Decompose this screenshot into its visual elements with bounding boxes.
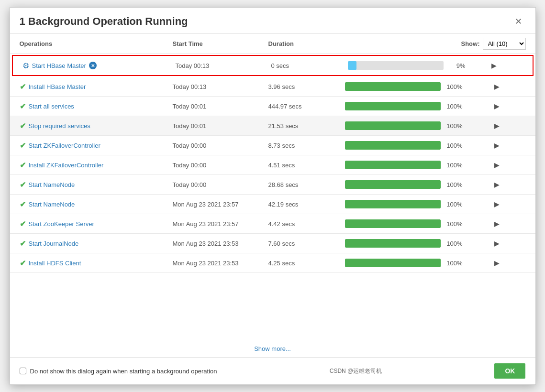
col-operations: Operations	[20, 40, 173, 47]
row-detail-arrow[interactable]: ▶	[483, 239, 512, 248]
progress-bar-bg	[345, 200, 441, 208]
table-row: ✔ Install ZKFailoverController Today 00:…	[10, 155, 535, 175]
duration: 42.19 secs	[268, 201, 345, 208]
check-icon: ✔	[20, 239, 26, 248]
progress-bar-bg	[345, 141, 441, 150]
start-time: Today 00:13	[176, 62, 271, 69]
duration: 4.42 secs	[268, 220, 345, 228]
show-label: Show:	[461, 40, 480, 47]
progress-bar-fill	[345, 219, 441, 228]
start-time: Today 00:00	[173, 142, 268, 149]
show-filter: Show: All (10)	[345, 38, 526, 50]
progress-pct: 100%	[445, 201, 463, 208]
check-icon: ✔	[20, 141, 26, 150]
table-row: ⚙ Start HBase Master ✕ Today 00:13 0 sec…	[12, 55, 534, 76]
duration: 444.97 secs	[268, 103, 345, 110]
table-row: ✔ Start NameNode Today 00:00 28.68 secs …	[10, 175, 535, 195]
operation-name[interactable]: ✔ Start ZooKeeper Server	[20, 219, 173, 229]
check-icon: ✔	[20, 200, 26, 209]
table-header: Operations Start Time Duration Show: All…	[10, 34, 535, 54]
progress-container: 100%	[345, 82, 483, 91]
close-button[interactable]: ✕	[511, 14, 526, 29]
watermark: CSDN @运维老司机	[330, 367, 382, 375]
col-start-time: Start Time	[173, 40, 268, 47]
progress-pct: 100%	[445, 122, 463, 130]
dialog-footer: Do not show this dialog again when start…	[10, 357, 535, 384]
check-icon: ✔	[20, 180, 26, 189]
footer-left: Do not show this dialog again when start…	[20, 368, 217, 375]
dont-show-checkbox[interactable]	[20, 368, 26, 374]
progress-container: 100%	[345, 161, 483, 169]
progress-bar-bg	[345, 219, 441, 228]
start-time: Today 00:01	[173, 103, 268, 110]
row-detail-arrow[interactable]: ▶	[483, 258, 512, 268]
operation-name[interactable]: ✔ Start NameNode	[20, 180, 173, 189]
progress-container: 100%	[345, 121, 483, 130]
duration: 8.73 secs	[268, 142, 345, 149]
progress-bar-fill	[345, 141, 441, 150]
show-select[interactable]: All (10)	[483, 38, 526, 50]
row-detail-arrow[interactable]: ▶	[483, 219, 512, 229]
row-detail-arrow[interactable]: ▶	[483, 82, 512, 91]
start-time: Mon Aug 23 2021 23:53	[173, 260, 268, 267]
start-time: Mon Aug 23 2021 23:53	[173, 240, 268, 247]
duration: 28.68 secs	[268, 181, 345, 188]
row-detail-arrow[interactable]: ▶	[483, 141, 512, 150]
row-detail-arrow[interactable]: ▶	[483, 101, 512, 111]
progress-container: 100%	[345, 102, 483, 110]
cancel-icon[interactable]: ✕	[89, 62, 97, 69]
progress-pct: 100%	[445, 162, 463, 169]
table-row: ✔ Start JournalNode Mon Aug 23 2021 23:5…	[10, 234, 535, 253]
operation-name[interactable]: ⚙ Start HBase Master ✕	[22, 61, 176, 70]
check-icon: ✔	[20, 102, 26, 111]
progress-pct: 9%	[447, 62, 466, 69]
progress-bar-fill	[345, 102, 441, 110]
progress-pct: 100%	[445, 260, 463, 267]
gear-icon: ⚙	[22, 61, 29, 70]
operation-name[interactable]: ✔ Stop required services	[20, 121, 173, 131]
col-duration: Duration	[268, 40, 345, 47]
progress-pct: 100%	[445, 83, 463, 90]
check-icon: ✔	[20, 161, 26, 170]
check-icon: ✔	[20, 219, 26, 229]
start-time: Today 00:13	[173, 83, 268, 90]
operation-name[interactable]: ✔ Start NameNode	[20, 200, 173, 209]
progress-container: 100%	[345, 180, 483, 189]
operation-name[interactable]: ✔ Start JournalNode	[20, 239, 173, 248]
progress-bar-fill	[345, 82, 441, 91]
progress-bar-fill	[345, 161, 441, 169]
show-more-link[interactable]: Show more...	[254, 345, 291, 352]
progress-container: 100%	[345, 141, 483, 150]
table-row: ✔ Start all services Today 00:01 444.97 …	[10, 97, 535, 116]
operation-name[interactable]: ✔ Install HBase Master	[20, 82, 173, 91]
check-icon: ✔	[20, 121, 26, 131]
operation-name[interactable]: ✔ Start ZKFailoverController	[20, 141, 173, 150]
start-time: Today 00:00	[173, 162, 268, 169]
row-detail-arrow[interactable]: ▶	[480, 61, 509, 70]
table-body: ⚙ Start HBase Master ✕ Today 00:13 0 sec…	[10, 54, 535, 340]
operation-name[interactable]: ✔ Install ZKFailoverController	[20, 161, 173, 170]
progress-bar-fill	[345, 259, 441, 267]
progress-bar-bg	[345, 239, 441, 248]
ok-button[interactable]: OK	[494, 363, 525, 379]
duration: 4.25 secs	[268, 260, 345, 267]
progress-container: 100%	[345, 259, 483, 267]
table-row: ✔ Stop required services Today 00:01 21.…	[10, 116, 535, 136]
progress-pct: 100%	[445, 181, 463, 188]
progress-pct: 100%	[445, 103, 463, 110]
row-detail-arrow[interactable]: ▶	[483, 180, 512, 189]
duration: 3.96 secs	[268, 83, 345, 90]
table-row: ✔ Install HBase Master Today 00:13 3.96 …	[10, 77, 535, 97]
progress-container: 9%	[348, 61, 480, 70]
operation-name[interactable]: ✔ Install HDFS Client	[20, 259, 173, 268]
progress-bar-fill	[348, 61, 356, 70]
row-detail-arrow[interactable]: ▶	[483, 160, 512, 170]
progress-bar-fill	[345, 239, 441, 248]
row-detail-arrow[interactable]: ▶	[483, 199, 512, 209]
progress-pct: 100%	[445, 220, 463, 228]
row-detail-arrow[interactable]: ▶	[483, 121, 512, 131]
duration: 0 secs	[271, 62, 348, 69]
check-icon: ✔	[20, 82, 26, 91]
dialog-title-bar: 1 Background Operation Running ✕	[10, 8, 535, 34]
operation-name[interactable]: ✔ Start all services	[20, 102, 173, 111]
